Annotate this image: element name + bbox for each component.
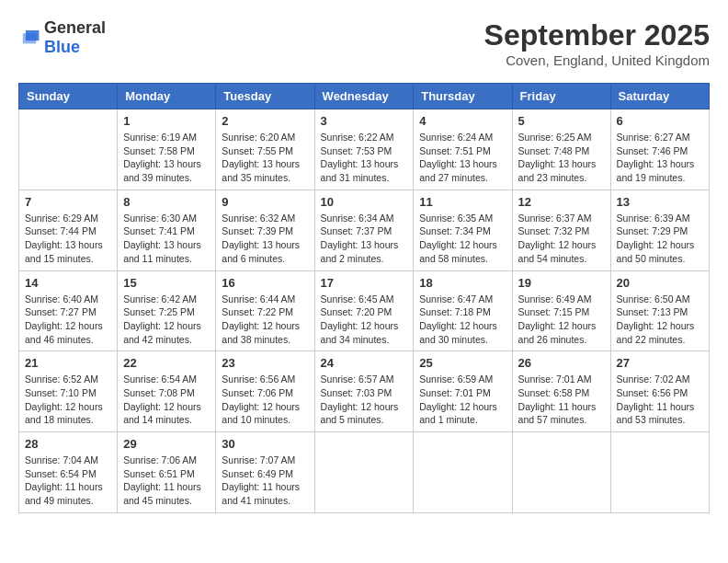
cell-info: Sunrise: 7:04 AMSunset: 6:54 PMDaylight:… bbox=[25, 454, 111, 508]
day-number: 8 bbox=[123, 195, 210, 209]
day-number: 1 bbox=[123, 114, 210, 128]
cell-info: Sunrise: 6:40 AMSunset: 7:27 PMDaylight:… bbox=[25, 293, 111, 347]
generalblue-logo-icon bbox=[18, 29, 40, 47]
calendar-cell: 11Sunrise: 6:35 AMSunset: 7:34 PMDayligh… bbox=[414, 190, 512, 270]
day-number: 21 bbox=[25, 356, 111, 370]
cell-info: Sunrise: 6:45 AMSunset: 7:20 PMDaylight:… bbox=[321, 293, 408, 347]
cell-info: Sunrise: 6:35 AMSunset: 7:34 PMDaylight:… bbox=[419, 212, 506, 266]
calendar-cell: 10Sunrise: 6:34 AMSunset: 7:37 PMDayligh… bbox=[314, 190, 414, 270]
calendar-cell: 16Sunrise: 6:44 AMSunset: 7:22 PMDayligh… bbox=[216, 270, 314, 351]
cell-info: Sunrise: 6:32 AMSunset: 7:39 PMDaylight:… bbox=[222, 212, 308, 266]
calendar-cell: 12Sunrise: 6:37 AMSunset: 7:32 PMDayligh… bbox=[512, 190, 610, 270]
calendar-cell: 14Sunrise: 6:40 AMSunset: 7:27 PMDayligh… bbox=[19, 270, 118, 351]
calendar-cell: 17Sunrise: 6:45 AMSunset: 7:20 PMDayligh… bbox=[314, 270, 414, 351]
month-title: September 2025 bbox=[484, 18, 710, 52]
day-number: 20 bbox=[617, 276, 703, 290]
day-number: 3 bbox=[321, 114, 408, 128]
day-number: 19 bbox=[518, 276, 605, 290]
calendar-cell: 20Sunrise: 6:50 AMSunset: 7:13 PMDayligh… bbox=[610, 270, 709, 351]
calendar-cell: 21Sunrise: 6:52 AMSunset: 7:10 PMDayligh… bbox=[19, 351, 118, 432]
calendar-cell bbox=[512, 432, 610, 513]
calendar-cell: 7Sunrise: 6:29 AMSunset: 7:44 PMDaylight… bbox=[19, 190, 118, 270]
week-row-2: 7Sunrise: 6:29 AMSunset: 7:44 PMDaylight… bbox=[19, 190, 710, 270]
calendar-cell: 24Sunrise: 6:57 AMSunset: 7:03 PMDayligh… bbox=[314, 351, 414, 432]
calendar-cell: 4Sunrise: 6:24 AMSunset: 7:51 PMDaylight… bbox=[414, 109, 512, 190]
day-number: 2 bbox=[222, 114, 308, 128]
cell-info: Sunrise: 6:27 AMSunset: 7:46 PMDaylight:… bbox=[617, 131, 703, 185]
calendar-cell: 23Sunrise: 6:56 AMSunset: 7:06 PMDayligh… bbox=[216, 351, 314, 432]
col-thursday: Thursday bbox=[414, 84, 512, 109]
calendar-cell: 30Sunrise: 7:07 AMSunset: 6:49 PMDayligh… bbox=[216, 432, 314, 513]
cell-info: Sunrise: 6:30 AMSunset: 7:41 PMDaylight:… bbox=[123, 212, 210, 266]
week-row-1: 1Sunrise: 6:19 AMSunset: 7:58 PMDaylight… bbox=[19, 109, 710, 190]
day-number: 30 bbox=[222, 437, 308, 451]
cell-info: Sunrise: 6:22 AMSunset: 7:53 PMDaylight:… bbox=[321, 131, 408, 185]
calendar-cell: 18Sunrise: 6:47 AMSunset: 7:18 PMDayligh… bbox=[414, 270, 512, 351]
cell-info: Sunrise: 6:19 AMSunset: 7:58 PMDaylight:… bbox=[123, 131, 210, 185]
day-number: 28 bbox=[25, 437, 111, 451]
cell-info: Sunrise: 6:44 AMSunset: 7:22 PMDaylight:… bbox=[222, 293, 308, 347]
day-number: 24 bbox=[321, 356, 408, 370]
week-row-3: 14Sunrise: 6:40 AMSunset: 7:27 PMDayligh… bbox=[19, 270, 710, 351]
calendar-cell: 9Sunrise: 6:32 AMSunset: 7:39 PMDaylight… bbox=[216, 190, 314, 270]
day-number: 9 bbox=[222, 195, 308, 209]
day-number: 14 bbox=[25, 276, 111, 290]
col-sunday: Sunday bbox=[19, 84, 118, 109]
cell-info: Sunrise: 7:01 AMSunset: 6:58 PMDaylight:… bbox=[518, 373, 605, 427]
day-number: 27 bbox=[617, 356, 703, 370]
day-number: 12 bbox=[518, 195, 605, 209]
logo-blue-text: Blue bbox=[44, 38, 80, 56]
day-number: 25 bbox=[419, 356, 506, 370]
cell-info: Sunrise: 6:24 AMSunset: 7:51 PMDaylight:… bbox=[419, 131, 506, 185]
logo: General Blue bbox=[18, 18, 106, 57]
svg-marker-1 bbox=[23, 33, 36, 43]
day-number: 10 bbox=[321, 195, 408, 209]
calendar-cell bbox=[610, 432, 709, 513]
cell-info: Sunrise: 6:29 AMSunset: 7:44 PMDaylight:… bbox=[25, 212, 111, 266]
calendar-cell bbox=[414, 432, 512, 513]
cell-info: Sunrise: 6:37 AMSunset: 7:32 PMDaylight:… bbox=[518, 212, 605, 266]
cell-info: Sunrise: 6:49 AMSunset: 7:15 PMDaylight:… bbox=[518, 293, 605, 347]
day-number: 23 bbox=[222, 356, 308, 370]
cell-info: Sunrise: 6:42 AMSunset: 7:25 PMDaylight:… bbox=[123, 293, 210, 347]
day-number: 26 bbox=[518, 356, 605, 370]
calendar-cell bbox=[19, 109, 118, 190]
day-number: 7 bbox=[25, 195, 111, 209]
calendar-cell: 19Sunrise: 6:49 AMSunset: 7:15 PMDayligh… bbox=[512, 270, 610, 351]
calendar-cell: 3Sunrise: 6:22 AMSunset: 7:53 PMDaylight… bbox=[314, 109, 414, 190]
location: Coven, England, United Kingdom bbox=[484, 52, 710, 68]
calendar-header-row: Sunday Monday Tuesday Wednesday Thursday… bbox=[19, 84, 710, 109]
day-number: 15 bbox=[123, 276, 210, 290]
calendar-cell: 26Sunrise: 7:01 AMSunset: 6:58 PMDayligh… bbox=[512, 351, 610, 432]
day-number: 17 bbox=[321, 276, 408, 290]
cell-info: Sunrise: 6:25 AMSunset: 7:48 PMDaylight:… bbox=[518, 131, 605, 185]
day-number: 5 bbox=[518, 114, 605, 128]
calendar-cell: 25Sunrise: 6:59 AMSunset: 7:01 PMDayligh… bbox=[414, 351, 512, 432]
week-row-4: 21Sunrise: 6:52 AMSunset: 7:10 PMDayligh… bbox=[19, 351, 710, 432]
calendar-cell: 5Sunrise: 6:25 AMSunset: 7:48 PMDaylight… bbox=[512, 109, 610, 190]
day-number: 18 bbox=[419, 276, 506, 290]
calendar-table: Sunday Monday Tuesday Wednesday Thursday… bbox=[18, 83, 710, 513]
day-number: 22 bbox=[123, 356, 210, 370]
calendar-cell: 2Sunrise: 6:20 AMSunset: 7:55 PMDaylight… bbox=[216, 109, 314, 190]
calendar-cell: 6Sunrise: 6:27 AMSunset: 7:46 PMDaylight… bbox=[610, 109, 709, 190]
col-wednesday: Wednesday bbox=[314, 84, 414, 109]
cell-info: Sunrise: 6:59 AMSunset: 7:01 PMDaylight:… bbox=[419, 373, 506, 427]
calendar-cell: 29Sunrise: 7:06 AMSunset: 6:51 PMDayligh… bbox=[118, 432, 216, 513]
col-monday: Monday bbox=[118, 84, 216, 109]
calendar-cell: 8Sunrise: 6:30 AMSunset: 7:41 PMDaylight… bbox=[118, 190, 216, 270]
cell-info: Sunrise: 7:06 AMSunset: 6:51 PMDaylight:… bbox=[123, 454, 210, 508]
col-tuesday: Tuesday bbox=[216, 84, 314, 109]
cell-info: Sunrise: 6:34 AMSunset: 7:37 PMDaylight:… bbox=[321, 212, 408, 266]
week-row-5: 28Sunrise: 7:04 AMSunset: 6:54 PMDayligh… bbox=[19, 432, 710, 513]
cell-info: Sunrise: 6:57 AMSunset: 7:03 PMDaylight:… bbox=[321, 373, 408, 427]
cell-info: Sunrise: 7:02 AMSunset: 6:56 PMDaylight:… bbox=[617, 373, 703, 427]
cell-info: Sunrise: 6:52 AMSunset: 7:10 PMDaylight:… bbox=[25, 373, 111, 427]
cell-info: Sunrise: 6:54 AMSunset: 7:08 PMDaylight:… bbox=[123, 373, 210, 427]
title-block: September 2025 Coven, England, United Ki… bbox=[484, 18, 710, 68]
calendar-cell: 15Sunrise: 6:42 AMSunset: 7:25 PMDayligh… bbox=[118, 270, 216, 351]
day-number: 13 bbox=[617, 195, 703, 209]
day-number: 4 bbox=[419, 114, 506, 128]
day-number: 6 bbox=[617, 114, 703, 128]
calendar-cell bbox=[314, 432, 414, 513]
